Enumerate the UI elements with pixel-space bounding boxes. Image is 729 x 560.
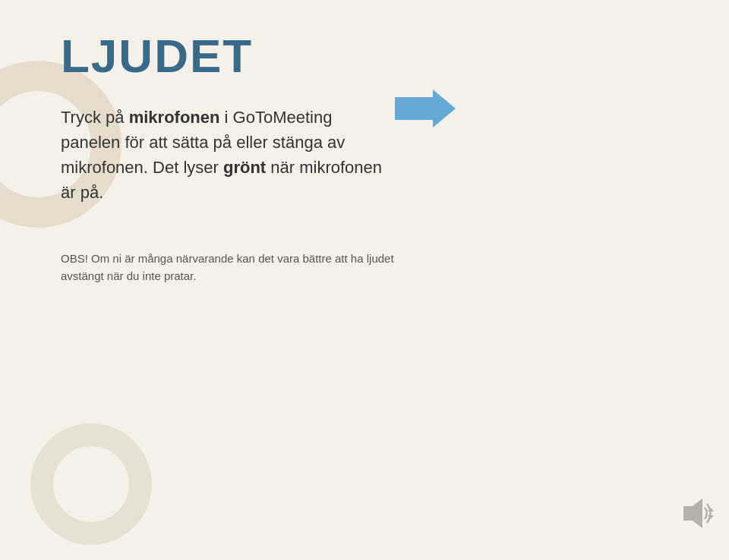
arrow-indicator xyxy=(395,90,456,131)
speaker-decorative-icon xyxy=(676,492,718,537)
page: LJUDET Tryck på mikrofonen i GoToMeeting… xyxy=(0,0,729,560)
svg-marker-6 xyxy=(683,499,702,528)
bold-gront: grönt xyxy=(223,158,266,177)
right-panel: − □ ✕ File Options View Help − Screen Sh… xyxy=(425,0,729,560)
svg-marker-0 xyxy=(395,90,456,127)
main-paragraph: Tryck på mikrofonen i GoToMeeting panele… xyxy=(61,105,395,205)
obs-paragraph: OBS! Om ni är många närvarande kan det v… xyxy=(61,250,395,285)
text-before-bold: Tryck på xyxy=(61,108,129,127)
bold-mikrofonen: mikrofonen xyxy=(129,108,220,127)
left-content: LJUDET Tryck på mikrofonen i GoToMeeting… xyxy=(0,0,425,560)
page-title: LJUDET xyxy=(61,30,395,82)
